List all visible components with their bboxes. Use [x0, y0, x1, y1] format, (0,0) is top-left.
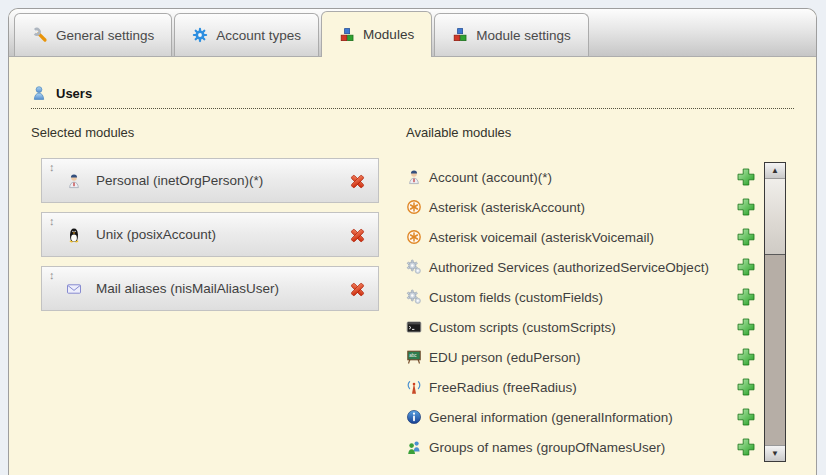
user-figure-icon: [31, 85, 47, 101]
available-module-label: Account (account)(*): [429, 170, 736, 185]
antenna-icon: [406, 379, 422, 395]
selected-module-label: Mail aliases (nisMailAliasUser): [96, 281, 279, 296]
available-module-label: Custom fields (customFields): [429, 290, 736, 305]
drag-handle-icon[interactable]: ↕: [49, 161, 55, 173]
tab-label: General settings: [56, 28, 154, 43]
selected-module-label: Unix (posixAccount): [96, 227, 216, 242]
add-module-icon[interactable]: [736, 227, 756, 247]
available-module-label: EDU person (eduPerson): [429, 350, 736, 365]
add-module-icon[interactable]: [736, 347, 756, 367]
config-panel: General settings Account types: [8, 8, 817, 475]
add-module-icon[interactable]: [736, 437, 756, 457]
tab-account-types[interactable]: Account types: [174, 13, 319, 56]
available-module-label: Groups of names (groupOfNamesUser): [429, 440, 736, 455]
gear-icon: [192, 27, 208, 43]
delete-icon[interactable]: [349, 173, 366, 190]
available-module-row-asterisk: Asterisk (asteriskAccount): [406, 192, 756, 222]
tab-label: Modules: [363, 27, 414, 42]
tab-label: Module settings: [476, 28, 571, 43]
available-module-label: Asterisk voicemail (asteriskVoicemail): [429, 230, 736, 245]
scrollbar-down-icon[interactable]: ▼: [765, 445, 785, 461]
delete-icon[interactable]: [349, 281, 366, 298]
available-module-label: Authorized Services (authorizedServiceOb…: [429, 260, 736, 275]
add-module-icon[interactable]: [736, 257, 756, 277]
available-module-row-asterisk-voicemail: Asterisk voicemail (asteriskVoicemail): [406, 222, 756, 252]
chalkboard-icon: abc: [406, 349, 422, 365]
tab-content: Users Selected modules ↕ Per: [9, 57, 816, 462]
person-icon: [66, 173, 82, 189]
section-title: Users: [56, 86, 92, 101]
available-module-row-custom-scripts: Custom scripts (customScripts): [406, 312, 756, 342]
modules-columns: Selected modules ↕ Personal (inetOrgPers…: [9, 109, 816, 462]
envelope-icon: [66, 281, 82, 297]
modules-icon: [452, 27, 468, 43]
tab-module-settings[interactable]: Module settings: [434, 13, 589, 56]
available-module-row-custom-fields: Custom fields (customFields): [406, 282, 756, 312]
add-module-icon[interactable]: [736, 377, 756, 397]
gears-icon: [406, 259, 422, 275]
wrench-icon: [32, 27, 48, 43]
selected-module-row-mail-aliases[interactable]: ↕ Mail aliases (nisMailAliasUser): [41, 266, 379, 311]
selected-module-row-unix[interactable]: ↕ Unix (posixAccount): [41, 212, 379, 257]
available-modules-column: Available modules: [406, 125, 786, 462]
scrollbar-up-icon[interactable]: ▲: [765, 163, 785, 179]
terminal-icon: [406, 319, 422, 335]
scrollbar[interactable]: ▲ ▼: [764, 162, 786, 462]
available-module-row-edu-person: abc EDU person (eduPerson): [406, 342, 756, 372]
available-module-row-authorized-services: Authorized Services (authorizedServiceOb…: [406, 252, 756, 282]
selected-modules-column: Selected modules ↕ Personal (inetOrgPers…: [31, 125, 379, 462]
tab-modules[interactable]: Modules: [321, 11, 432, 57]
asterisk-icon: [406, 199, 422, 215]
gears-icon: [406, 289, 422, 305]
delete-icon[interactable]: [349, 227, 366, 244]
add-module-icon[interactable]: [736, 317, 756, 337]
selected-modules-heading: Selected modules: [31, 125, 379, 140]
add-module-icon[interactable]: [736, 287, 756, 307]
available-module-label: Asterisk (asteriskAccount): [429, 200, 736, 215]
info-icon: [406, 409, 422, 425]
modules-icon: [339, 27, 355, 43]
available-modules-heading: Available modules: [406, 125, 786, 140]
selected-module-row-personal[interactable]: ↕ Personal (inetOrgPerson)(*): [41, 158, 379, 203]
available-module-label: Custom scripts (customScripts): [429, 320, 736, 335]
drag-handle-icon[interactable]: ↕: [49, 269, 55, 281]
add-module-icon[interactable]: [736, 197, 756, 217]
scrollbar-track[interactable]: [765, 255, 785, 445]
add-module-icon[interactable]: [736, 407, 756, 427]
tab-label: Account types: [216, 28, 301, 43]
svg-text:abc: abc: [409, 353, 417, 358]
available-module-row-groups-of-names: Groups of names (groupOfNamesUser): [406, 432, 756, 462]
tux-icon: [66, 227, 82, 243]
drag-handle-icon[interactable]: ↕: [49, 215, 55, 227]
available-modules-list: Account (account)(*): [406, 162, 756, 462]
available-module-row-freeradius: FreeRadius (freeRadius): [406, 372, 756, 402]
available-module-row-account: Account (account)(*): [406, 162, 756, 192]
asterisk-icon: [406, 229, 422, 245]
available-module-label: FreeRadius (freeRadius): [429, 380, 736, 395]
tab-bar: General settings Account types: [9, 9, 816, 57]
available-module-row-general-information: General information (generalInformation): [406, 402, 756, 432]
scrollbar-thumb[interactable]: [765, 179, 785, 255]
tab-general-settings[interactable]: General settings: [14, 13, 172, 56]
available-module-label: General information (generalInformation): [429, 410, 736, 425]
users-section-header: Users: [31, 85, 794, 109]
selected-module-label: Personal (inetOrgPerson)(*): [96, 173, 263, 188]
add-module-icon[interactable]: [736, 167, 756, 187]
person-icon: [406, 169, 422, 185]
group-icon: [406, 439, 422, 455]
